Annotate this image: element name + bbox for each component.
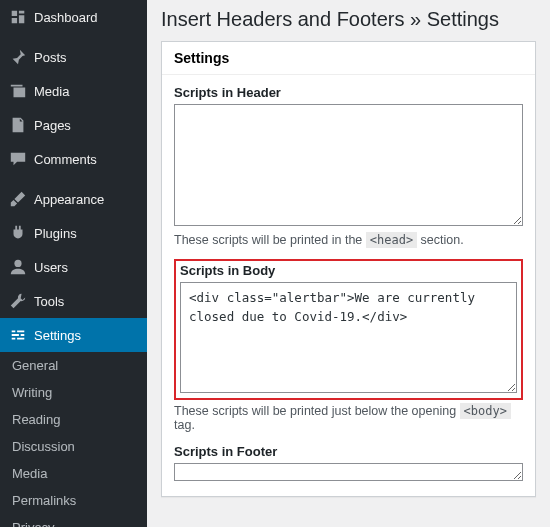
sidebar-item-label: Pages (34, 118, 71, 133)
scripts-body-textarea[interactable] (180, 282, 517, 393)
scripts-body-highlight: Scripts in Body (174, 259, 523, 400)
sliders-icon (8, 325, 28, 345)
media-icon (8, 81, 28, 101)
submenu-item-writing[interactable]: Writing (0, 379, 147, 406)
submenu-item-media[interactable]: Media (0, 460, 147, 487)
submenu-item-permalinks[interactable]: Permalinks (0, 487, 147, 514)
svg-point-0 (14, 260, 21, 267)
sidebar-item-users[interactable]: Users (0, 250, 147, 284)
submenu-item-privacy[interactable]: Privacy (0, 514, 147, 527)
sidebar-item-dashboard[interactable]: Dashboard (0, 0, 147, 34)
sidebar-item-label: Media (34, 84, 69, 99)
body-code: <body> (460, 403, 511, 419)
scripts-footer-label: Scripts in Footer (174, 444, 523, 459)
sidebar-item-comments[interactable]: Comments (0, 142, 147, 176)
sidebar-item-media[interactable]: Media (0, 74, 147, 108)
comment-icon (8, 149, 28, 169)
submenu-item-reading[interactable]: Reading (0, 406, 147, 433)
submenu-item-discussion[interactable]: Discussion (0, 433, 147, 460)
user-icon (8, 257, 28, 277)
brush-icon (8, 189, 28, 209)
main-content: Insert Headers and Footers » Settings Se… (147, 0, 550, 527)
sidebar-item-posts[interactable]: Posts (0, 40, 147, 74)
sidebar-item-tools[interactable]: Tools (0, 284, 147, 318)
scripts-header-label: Scripts in Header (174, 85, 523, 100)
wrench-icon (8, 291, 28, 311)
scripts-header-textarea[interactable] (174, 104, 523, 226)
sidebar-item-plugins[interactable]: Plugins (0, 216, 147, 250)
plug-icon (8, 223, 28, 243)
sidebar-item-label: Users (34, 260, 68, 275)
sidebar-item-settings[interactable]: Settings (0, 318, 147, 352)
settings-panel: Settings Scripts in Header These scripts… (161, 41, 536, 497)
admin-sidebar: Dashboard Posts Media Pages Comments App… (0, 0, 147, 527)
panel-heading: Settings (162, 42, 535, 75)
scripts-footer-textarea[interactable] (174, 463, 523, 481)
scripts-body-help: These scripts will be printed just below… (174, 404, 523, 432)
dashboard-icon (8, 7, 28, 27)
sidebar-item-label: Comments (34, 152, 97, 167)
sidebar-item-label: Tools (34, 294, 64, 309)
scripts-header-help: These scripts will be printed in the <he… (174, 233, 523, 247)
sidebar-item-label: Settings (34, 328, 81, 343)
scripts-body-label: Scripts in Body (180, 263, 517, 278)
pin-icon (8, 47, 28, 67)
page-title: Insert Headers and Footers » Settings (161, 8, 536, 31)
sidebar-item-label: Appearance (34, 192, 104, 207)
head-code: <head> (366, 232, 417, 248)
sidebar-item-label: Plugins (34, 226, 77, 241)
sidebar-item-pages[interactable]: Pages (0, 108, 147, 142)
page-icon (8, 115, 28, 135)
sidebar-item-label: Posts (34, 50, 67, 65)
sidebar-item-label: Dashboard (34, 10, 98, 25)
sidebar-item-appearance[interactable]: Appearance (0, 182, 147, 216)
submenu-item-general[interactable]: General (0, 352, 147, 379)
